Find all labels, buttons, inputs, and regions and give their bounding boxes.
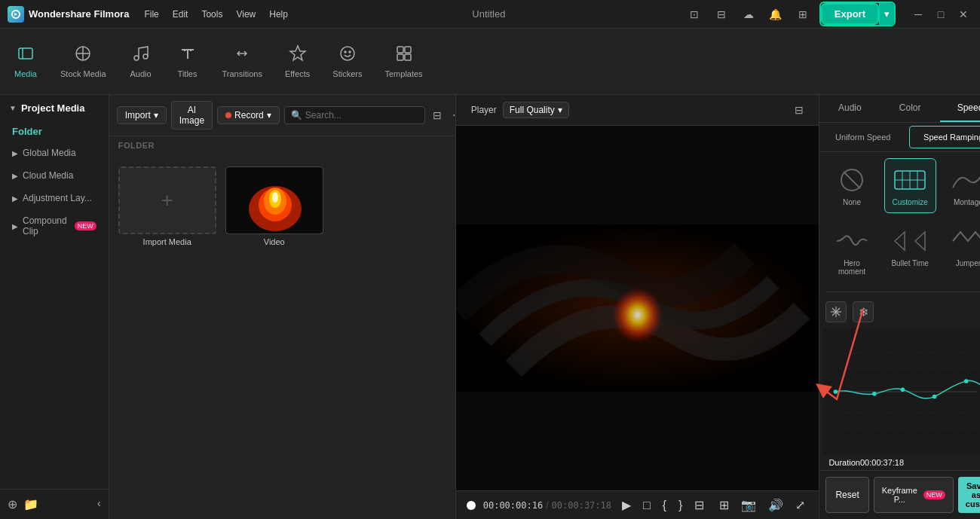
minimize-button[interactable]: ─ bbox=[909, 5, 927, 23]
media-toolbar: Import ▾ AI Image Record ▾ 🔍 ⊟ ⋯ bbox=[109, 95, 455, 136]
snapshot-button[interactable]: 📷 bbox=[737, 496, 761, 514]
duration-label: Duration bbox=[828, 458, 860, 467]
fullscreen-button[interactable]: ⤢ bbox=[791, 496, 810, 514]
toolbar-transitions[interactable]: Transitions bbox=[212, 33, 273, 90]
menu-view[interactable]: View bbox=[230, 7, 262, 22]
keyframe-label: Keyframe P... bbox=[882, 486, 917, 504]
menu-tools[interactable]: Tools bbox=[195, 7, 228, 22]
sidebar-item-compound-clip[interactable]: ▶ Compound Clip NEW bbox=[0, 209, 109, 243]
record-dropdown-icon: ▾ bbox=[267, 110, 271, 121]
stop-button[interactable]: □ bbox=[639, 496, 655, 514]
toolbar-media[interactable]: Media bbox=[3, 33, 48, 90]
speed-option-jumper[interactable]: Jumper bbox=[942, 219, 980, 282]
title-icons: ⊡ ⊟ ☁ 🔔 ⊞ bbox=[684, 4, 813, 25]
preview-header: Player Full Quality ▾ ⊟ bbox=[456, 95, 819, 126]
export-button[interactable]: Export bbox=[821, 3, 879, 25]
transitions-icon bbox=[233, 44, 251, 66]
svg-point-7 bbox=[143, 54, 148, 59]
quality-select[interactable]: Full Quality ▾ bbox=[503, 102, 569, 118]
project-media-header[interactable]: ▼ Project Media bbox=[0, 95, 109, 121]
ai-image-button[interactable]: AI Image bbox=[171, 101, 213, 130]
player-mode-button[interactable]: Player bbox=[465, 102, 503, 118]
search-input[interactable] bbox=[305, 110, 418, 121]
save-custom-button[interactable]: Save as cus... bbox=[958, 477, 980, 513]
folder-header: FOLDER bbox=[109, 136, 455, 154]
uniform-speed-btn[interactable]: Uniform Speed bbox=[819, 123, 906, 151]
export-dropdown[interactable]: ▾ bbox=[879, 3, 894, 25]
app-logo-icon bbox=[8, 6, 24, 23]
collapse-icon[interactable]: ‹ bbox=[97, 497, 101, 511]
speed-subheader: Uniform Speed Speed Ramping bbox=[819, 123, 980, 152]
speed-option-none[interactable]: None bbox=[825, 158, 877, 213]
hero-label: Hero moment bbox=[829, 259, 874, 276]
import-button[interactable]: Import ▾ bbox=[117, 106, 167, 124]
main-toolbar: Media Stock Media Audio Titles Transitio… bbox=[0, 29, 980, 95]
tab-speed[interactable]: Speed bbox=[940, 95, 980, 122]
record-button[interactable]: Record ▾ bbox=[217, 106, 280, 124]
icon-apps[interactable]: ⊞ bbox=[792, 4, 813, 25]
keyframe-button[interactable]: Keyframe P... NEW bbox=[874, 477, 954, 513]
svg-rect-12 bbox=[397, 47, 403, 53]
svg-rect-13 bbox=[405, 47, 411, 53]
compound-clip-label: Compound Clip bbox=[23, 215, 67, 237]
icon-monitor[interactable]: ⊡ bbox=[684, 4, 705, 25]
speed-option-customize[interactable]: Customize bbox=[884, 158, 936, 213]
speed-ramping-btn[interactable]: Speed Ramping bbox=[909, 126, 980, 148]
mark-in-button[interactable]: { bbox=[658, 496, 671, 514]
video-media-item[interactable]: 00:00:24 ✓ Video bbox=[225, 166, 323, 246]
toolbar-stickers[interactable]: Stickers bbox=[322, 33, 372, 90]
icon-notification[interactable]: 🔔 bbox=[765, 4, 786, 25]
toolbar-effects[interactable]: Effects bbox=[274, 33, 320, 90]
speed-option-hero[interactable]: Hero moment bbox=[825, 219, 877, 282]
import-media-item[interactable]: + Import Media bbox=[118, 166, 216, 246]
import-thumb: + bbox=[118, 166, 216, 234]
play-button[interactable]: ▶ bbox=[617, 496, 635, 514]
quality-label: Full Quality bbox=[510, 105, 555, 115]
freeze-btn[interactable] bbox=[825, 301, 847, 322]
folder-icon[interactable]: 📁 bbox=[23, 497, 38, 511]
toolbar-audio[interactable]: Audio bbox=[118, 33, 164, 90]
menu-file[interactable]: File bbox=[138, 7, 164, 22]
window-controls: ─ □ ✕ bbox=[909, 5, 972, 23]
icon-layout[interactable]: ⊟ bbox=[711, 4, 732, 25]
tab-audio[interactable]: Audio bbox=[819, 95, 880, 122]
speed-option-montage[interactable]: Montage bbox=[942, 158, 980, 213]
filter-icon[interactable]: ⊟ bbox=[430, 106, 445, 124]
total-time: 00:00:37:18 bbox=[552, 500, 611, 511]
keyframe-curve-btn[interactable]: ❄ bbox=[853, 301, 874, 322]
duration-value: 00:00:37:18 bbox=[860, 458, 904, 467]
toolbar-templates[interactable]: Templates bbox=[374, 33, 433, 90]
toolbar-titles[interactable]: Titles bbox=[165, 33, 210, 90]
maximize-button[interactable]: □ bbox=[932, 5, 950, 23]
mark-out-button[interactable]: } bbox=[674, 496, 687, 514]
toolbar-stock-label: Stock Media bbox=[60, 69, 106, 78]
svg-point-10 bbox=[345, 51, 346, 53]
icon-cloud[interactable]: ☁ bbox=[738, 4, 759, 25]
titlebar-right: ⊡ ⊟ ☁ 🔔 ⊞ Export ▾ ─ □ ✕ bbox=[684, 2, 972, 26]
preview-video[interactable] bbox=[456, 126, 819, 490]
preview-settings-icon[interactable]: ⊟ bbox=[789, 99, 810, 121]
close-button[interactable]: ✕ bbox=[954, 5, 972, 23]
reset-button[interactable]: Reset bbox=[825, 477, 868, 513]
svg-rect-1 bbox=[19, 48, 32, 59]
trim-button[interactable]: ⊟ bbox=[690, 496, 709, 514]
speed-option-bullet[interactable]: Bullet Time bbox=[884, 219, 936, 282]
menu-edit[interactable]: Edit bbox=[167, 7, 194, 22]
sidebar-item-cloud-media[interactable]: ▶ Cloud Media bbox=[0, 164, 109, 187]
sidebar-item-adjustment[interactable]: ▶ Adjustment Lay... bbox=[0, 187, 109, 209]
speed-options-grid: None Customize bbox=[819, 152, 980, 289]
media-icon bbox=[17, 44, 35, 66]
toolbar-media-label: Media bbox=[14, 69, 37, 78]
volume-button[interactable]: 🔊 bbox=[764, 496, 788, 514]
toolbar-effects-label: Effects bbox=[285, 69, 310, 78]
menu-help[interactable]: Help bbox=[263, 7, 294, 22]
add-folder-icon[interactable]: ⊕ bbox=[8, 497, 17, 511]
tab-color[interactable]: Color bbox=[880, 95, 940, 122]
toolbar-stock[interactable]: Stock Media bbox=[50, 33, 117, 90]
split-screen-button[interactable]: ⊞ bbox=[715, 496, 733, 514]
sidebar-item-global-media[interactable]: ▶ Global Media bbox=[0, 142, 109, 164]
app-name: Wondershare Filmora bbox=[29, 8, 129, 20]
chevron-right-icon-3: ▶ bbox=[12, 194, 18, 203]
chevron-right-icon: ▶ bbox=[12, 149, 18, 157]
cloud-media-label: Cloud Media bbox=[23, 170, 73, 181]
